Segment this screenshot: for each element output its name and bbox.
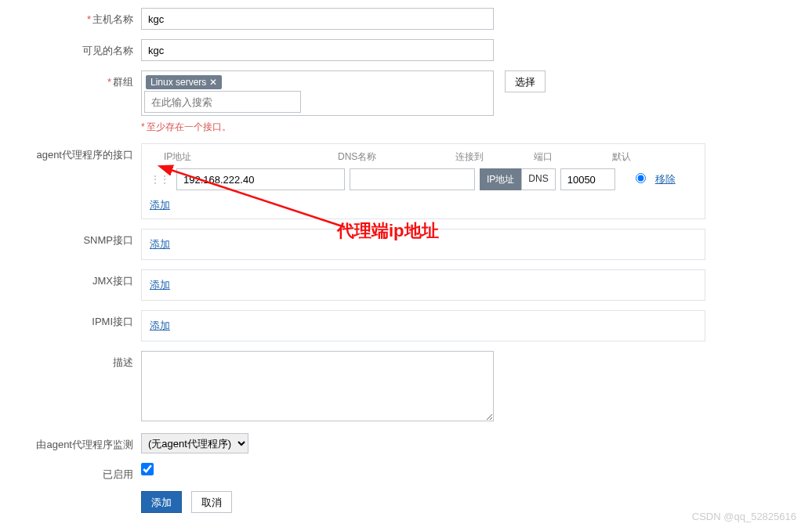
col-port-header: 端口	[526, 150, 589, 164]
groups-label: 群组	[113, 76, 133, 88]
agent-interface-row: ⋮⋮ IP地址 DNS 移除	[150, 168, 697, 190]
add-jmx-interface-link[interactable]: 添加	[150, 279, 170, 291]
agent-ip-input[interactable]	[176, 168, 345, 190]
group-search-input[interactable]	[144, 91, 301, 113]
add-ipmi-interface-link[interactable]: 添加	[150, 320, 170, 331]
description-label: 描述	[113, 356, 133, 368]
connect-dns-button[interactable]: DNS	[521, 168, 555, 190]
submit-add-button[interactable]: 添加	[141, 491, 182, 513]
agent-port-input[interactable]	[560, 168, 615, 190]
agent-iface-label: agent代理程序的接口	[36, 149, 133, 161]
agent-interface-box: IP地址 DNS名称 连接到 端口 默认 ⋮⋮ IP地址 DNS 移除 添加	[141, 143, 705, 219]
jmx-iface-label: JMX接口	[92, 275, 133, 287]
cancel-button[interactable]: 取消	[191, 491, 232, 513]
proxy-select[interactable]: (无agent代理程序)	[141, 433, 248, 453]
default-radio[interactable]	[636, 173, 646, 183]
enabled-checkbox[interactable]	[141, 463, 154, 475]
col-dns-header: DNS名称	[314, 150, 440, 164]
group-tag[interactable]: Linux servers✕	[146, 75, 222, 89]
close-icon[interactable]: ✕	[209, 77, 217, 88]
visible-name-label: 可见的名称	[82, 45, 133, 56]
interface-hint: 至少存在一个接口。	[147, 121, 231, 132]
connect-ip-button[interactable]: IP地址	[480, 168, 521, 190]
agent-dns-input[interactable]	[350, 168, 475, 190]
ipmi-iface-label: IPMI接口	[92, 316, 133, 327]
select-groups-button[interactable]: 选择	[505, 70, 546, 92]
monitored-by-label: 由agent代理程序监测	[36, 439, 133, 450]
description-textarea[interactable]	[141, 351, 494, 421]
remove-interface-link[interactable]: 移除	[655, 172, 676, 186]
add-snmp-interface-link[interactable]: 添加	[150, 238, 170, 250]
col-connect-header: 连接到	[440, 150, 526, 164]
add-agent-interface-link[interactable]: 添加	[150, 199, 170, 211]
col-ip-header: IP地址	[150, 150, 314, 164]
snmp-iface-label: SNMP接口	[83, 234, 133, 246]
connect-to-toggle: IP地址 DNS	[480, 168, 556, 190]
visible-name-input[interactable]	[141, 39, 494, 61]
hostname-input[interactable]	[141, 8, 494, 30]
col-default-header: 默认	[589, 150, 667, 164]
drag-icon[interactable]: ⋮⋮	[150, 173, 169, 186]
enabled-label: 已启用	[103, 468, 133, 480]
watermark: CSDN @qq_52825616	[692, 511, 796, 522]
hostname-label: 主机名称	[92, 13, 133, 25]
groups-tagbox[interactable]: Linux servers✕	[141, 70, 494, 116]
